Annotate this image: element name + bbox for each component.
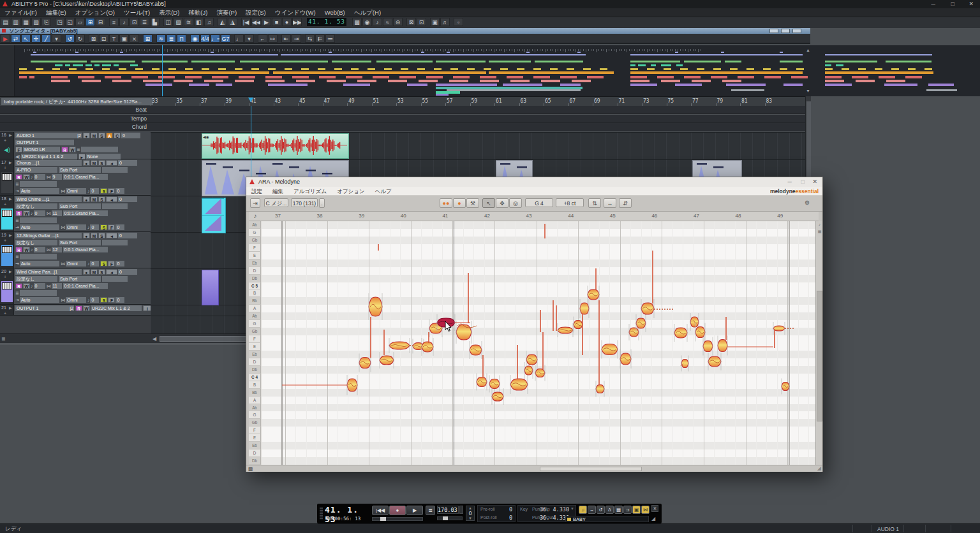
toolbar1-button-38[interactable]: ♪ <box>373 18 382 26</box>
toolbar1-button-8[interactable]: ▱ <box>75 18 85 26</box>
menu-6[interactable]: 演奏(P) <box>212 8 241 17</box>
toolbar1-button-3[interactable]: ▧ <box>31 18 41 26</box>
melodyne-titlebar[interactable]: ARA - Melodyne ─ □ ✕ <box>246 177 822 187</box>
field[interactable]: Omni <box>66 224 86 230</box>
tempo-slider[interactable] <box>437 516 463 520</box>
menu-10[interactable]: ヘルプ(H) <box>350 8 385 17</box>
field[interactable] <box>102 167 128 173</box>
transport-mode-button-3[interactable]: Δ <box>605 506 614 514</box>
toolbar1-button-16[interactable]: ▙ <box>150 18 160 26</box>
track-header-18[interactable]: 18▶+Wind Chime ...|1●MS◄0設定なしSub PortRW♪… <box>0 196 151 232</box>
field[interactable]: 0 <box>90 261 99 266</box>
playhead-marker[interactable] <box>248 98 253 102</box>
melodyne-snap-button[interactable]: ⇥ <box>250 198 260 208</box>
toolbar2-button-20[interactable]: ⊓ <box>177 34 186 43</box>
transport-mode-button-5[interactable]: ⊐ <box>623 506 632 514</box>
tempo-spin-button[interactable] <box>459 506 463 514</box>
record-button[interactable]: ● <box>389 506 406 515</box>
arrangement-overview[interactable]: ▲ ▼ <box>0 45 980 96</box>
field[interactable]: 0:0:1.Grand Pia... <box>63 283 108 289</box>
melodyne-settings-gear-icon[interactable]: ⚙ <box>803 198 812 208</box>
toolbar1-button-29[interactable]: ▶ <box>262 18 271 26</box>
toolbar2-button-14[interactable]: ⨯ <box>130 34 139 43</box>
field[interactable]: 設定なし <box>15 203 57 209</box>
field[interactable]: 12 <box>52 247 62 252</box>
chip-◄[interactable]: ◄ <box>106 160 117 166</box>
field[interactable]: Chorus ...|1 <box>15 160 82 166</box>
transport-drag-handle[interactable] <box>320 507 323 520</box>
melodyne-vscrollbar[interactable]: ♪ ▦ <box>815 221 822 465</box>
melodyne-blob[interactable] <box>681 360 688 368</box>
melodyne-pitch-grid-button[interactable]: ⇵ <box>619 198 632 208</box>
toolbar1-button-22[interactable]: ♫ <box>204 18 214 26</box>
chip-R[interactable]: R <box>15 247 22 252</box>
track-add-icon[interactable]: + <box>4 166 6 170</box>
melodyne-menu-4[interactable]: ヘルプ <box>370 187 397 196</box>
chip-F[interactable]: F <box>108 188 115 194</box>
field[interactable]: Auto <box>20 188 59 194</box>
toolbar2-button-12[interactable]: T <box>109 34 119 43</box>
toolbar1-button-15[interactable]: ≣ <box>140 18 149 26</box>
postroll-value[interactable]: 0 <box>509 515 512 521</box>
field[interactable]: OUTPUT 1 <box>15 140 74 145</box>
field[interactable]: 0 <box>118 196 137 202</box>
field[interactable]: Wind Chime ...|1 <box>15 196 82 202</box>
close-button[interactable]: ✕ <box>969 0 974 8</box>
menu-3[interactable]: ツール(T) <box>119 8 154 17</box>
melodyne-tempo-field[interactable]: 170 (131) <box>291 198 318 207</box>
chip-F[interactable]: F <box>108 261 115 266</box>
record-arm-chip[interactable]: ● <box>83 133 90 138</box>
field[interactable]: 0 <box>118 233 137 238</box>
chip-S[interactable]: S <box>100 261 107 266</box>
toolbar1-button-18[interactable]: ◫ <box>163 18 173 26</box>
melodyne-menu-3[interactable]: オプション <box>332 187 370 196</box>
chip-S[interactable]: S <box>98 233 105 238</box>
punch-in-value[interactable]: 36. 4.330 <box>540 506 569 513</box>
menu-7[interactable]: 設定(S) <box>241 8 271 17</box>
melodyne-blob[interactable] <box>580 303 589 314</box>
toolbar1-button-40[interactable]: ⊜ <box>393 18 403 26</box>
chip-S[interactable]: S <box>100 188 107 194</box>
field[interactable]: 0 <box>34 174 45 180</box>
field[interactable]: 0 <box>90 224 99 230</box>
toolbar2-button-23[interactable]: 4/4 <box>200 34 210 43</box>
chip-W[interactable]: W <box>69 147 76 152</box>
chip-M[interactable]: M <box>91 269 98 275</box>
melodyne-keyboard-icon[interactable]: ▩ <box>248 466 253 472</box>
chip-R[interactable]: R <box>15 283 22 289</box>
marker-list-button[interactable]: ≣ <box>426 506 435 515</box>
melodyne-scale-field[interactable]: C メジ... <box>264 198 288 207</box>
field[interactable]: 0 <box>90 188 99 194</box>
chip-W[interactable]: W <box>23 210 30 216</box>
toolbar2-button-33[interactable]: ⇤ <box>281 34 291 43</box>
field[interactable]: Auto <box>20 261 59 266</box>
field[interactable]: 11 <box>52 283 62 289</box>
toolbar2-button-2[interactable]: ↖ <box>21 34 31 43</box>
melodyne-maximize-button[interactable]: □ <box>801 177 805 187</box>
toolbar1-button-24[interactable]: ◭ <box>218 18 227 26</box>
toolbar2-button-30[interactable]: ⌐ <box>258 34 267 43</box>
toolbar1-button-45[interactable]: ▣ <box>430 18 440 26</box>
toolbar2-button-38[interactable]: ≔ <box>325 34 335 43</box>
field[interactable]: MONO LR <box>23 147 60 152</box>
toolbar1-button-31[interactable]: ● <box>282 18 292 26</box>
field[interactable] <box>20 181 57 187</box>
toolbar2-button-13[interactable]: ▣ <box>119 34 129 43</box>
melodyne-hscroll-thumb[interactable] <box>540 467 642 471</box>
toolbar2-button-8[interactable]: ↻ <box>75 34 85 43</box>
melodyne-menu-0[interactable]: 設定 <box>246 187 267 196</box>
menu-2[interactable]: オプション(O) <box>71 8 119 17</box>
melodyne-blob[interactable] <box>718 340 727 352</box>
chip-◄[interactable]: ◄ <box>106 196 117 202</box>
melodyne-tempo-menu-button[interactable]: . <box>319 198 325 208</box>
melodyne-blob[interactable] <box>773 326 785 331</box>
toolbar1-button-42[interactable]: ⊠ <box>406 18 416 26</box>
field[interactable]: 0 <box>115 261 124 266</box>
field[interactable]: None <box>86 154 121 159</box>
chip-◄[interactable]: ◄ <box>106 233 117 238</box>
field[interactable]: Omni <box>66 261 86 266</box>
track-header-17[interactable]: 17▶+Chorus ...|1●MS◄0A-PROSub PortRW♪0⋈9… <box>0 159 151 196</box>
melodyne-hscrollbar[interactable]: ▩ ◢ <box>246 465 822 472</box>
toolbar1-button-25[interactable]: ◮ <box>228 18 237 26</box>
transport-mode-button-7[interactable]: ⋈ <box>641 506 650 514</box>
